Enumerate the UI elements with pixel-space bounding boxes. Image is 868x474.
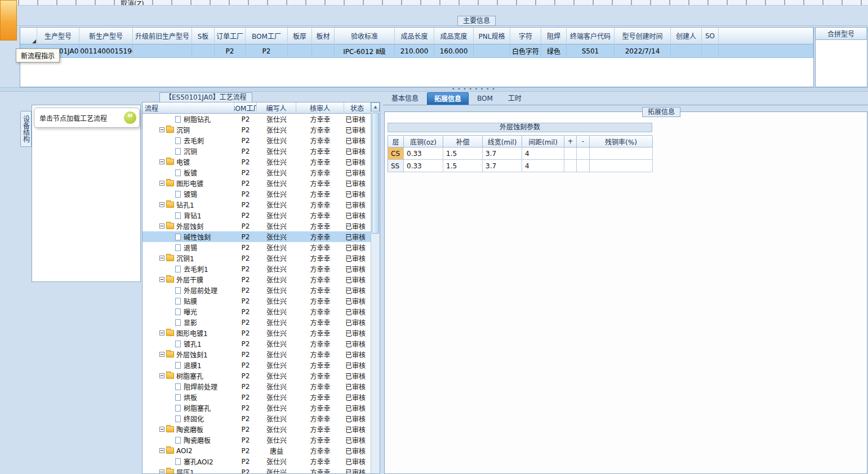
tree-row[interactable]: 显影P2张仕兴方幸幸已审核 [143,317,371,328]
tree-row[interactable]: 图形电镀1P2张仕兴方幸幸已审核 [143,328,371,338]
column-header[interactable]: 创建人 [671,28,702,44]
tree-reviewer-cell: 方幸幸 [296,146,344,156]
tree-row[interactable]: 去毛刺1P2张仕兴方幸幸已审核 [143,263,371,274]
column-header[interactable]: 升级前旧生产型号 [133,28,192,44]
etch-row[interactable]: CS0.331.53.74 [388,147,652,160]
scroll-up-button[interactable] [371,102,380,111]
etch-column-header[interactable]: 底铜(oz) [404,136,443,147]
etch-column-header[interactable]: 线宽(mil) [483,136,522,147]
scroll-thumb[interactable] [372,113,379,234]
tab-device-structure[interactable]: 设备结构 [20,111,32,147]
tree-column-header[interactable]: BOM工厂 [234,102,257,114]
tree-row[interactable]: 陶瓷磨板P2张仕兴方幸幸已审核 [143,424,371,435]
collapse-expander-icon[interactable] [159,127,164,132]
column-header[interactable]: 生产型号 [37,28,79,44]
tree-row[interactable]: 沉铜P2张仕兴方幸幸已审核 [143,146,371,156]
column-header[interactable]: 成品宽度 [434,28,474,44]
top-menubar[interactable]: 取消(Z) [0,0,868,6]
collapse-expander-icon[interactable] [159,202,164,207]
etch-column-header[interactable]: 层 [388,136,404,147]
collapse-expander-icon[interactable] [159,373,164,378]
tree-node-label: 沉铜 [184,146,197,156]
column-header[interactable]: 阻焊 [541,28,567,44]
tree-column-header[interactable]: 流程 [143,102,234,114]
tree-row[interactable]: 镀孔1P2张仕兴方幸幸已审核 [143,338,371,349]
tree-row[interactable]: 去毛刺P2张仕兴方幸幸已审核 [143,135,371,146]
collapse-expander-icon[interactable] [159,277,164,282]
column-header[interactable]: 字符 [510,28,541,44]
tree-row[interactable]: 烘板P2张仕兴方幸幸已审核 [143,392,371,403]
etch-column-header[interactable]: - [577,136,590,147]
tree-row[interactable]: 图形电镀P2张仕兴方幸幸已审核 [143,178,371,189]
etch-column-header[interactable]: + [564,136,577,147]
tab-extended-info[interactable]: 拓展信息 [427,92,469,105]
tree-row[interactable]: 钻孔1P2张仕兴方幸幸已审核 [143,199,371,210]
horizontal-splitter[interactable] [0,87,868,92]
menu-item-cancel[interactable]: 取消(Z) [118,0,146,6]
collapse-expander-icon[interactable] [159,159,164,164]
tree-row[interactable]: 碱性蚀刻P2张仕兴方幸幸已审核 [143,231,371,242]
tree-row[interactable]: 外层蚀刻1P2张仕兴方幸幸已审核 [143,349,371,360]
tree-row[interactable]: 曝光P2张仕兴方幸幸已审核 [143,306,371,317]
tree-row[interactable]: 塞孔AOI2P2张仕兴方幸幸已审核 [143,456,371,467]
column-header[interactable]: PNL规格 [474,28,510,44]
tree-row[interactable]: 外层前处理P2张仕兴方幸幸已审核 [143,285,371,296]
column-header[interactable]: S板 [192,28,215,44]
column-header[interactable]: 终端客户代码 [567,28,615,44]
etch-row[interactable]: SS0.331.53.74 [388,160,652,172]
collapse-expander-icon[interactable] [159,469,164,473]
tree-row[interactable]: 终固化P2张仕兴方幸幸已审核 [143,413,371,424]
data-cell: 白色字符 [510,44,541,57]
merge-model-column-header[interactable]: 合拼型号 [816,28,867,40]
tree-row[interactable]: 电镀P2张仕兴方幸幸已审核 [143,156,371,167]
select-all-header[interactable] [20,28,37,44]
column-header[interactable]: 板厚 [288,28,312,44]
column-header[interactable]: 型号创建时间 [615,28,671,44]
collapse-expander-icon[interactable] [159,352,164,357]
column-header[interactable]: 成品长度 [395,28,434,44]
column-header[interactable]: SO [702,28,719,44]
tree-column-header[interactable]: 状态 [344,102,371,114]
column-header[interactable]: 新生产型号 [79,28,133,44]
collapse-expander-icon[interactable] [159,223,164,229]
main-info-data-row[interactable]: ES50101JA010011400015196P2P2IPC-6012 Ⅱ级2… [20,44,813,58]
column-header[interactable]: 验收标准 [335,28,395,44]
tree-row[interactable]: 退膜1P2张仕兴方幸幸已审核 [143,360,371,370]
tree-row[interactable]: 树脂塞孔P2张仕兴方幸幸已审核 [143,370,371,381]
tree-row[interactable]: 阻焊前处理P2张仕兴方幸幸已审核 [143,381,371,392]
etch-column-header[interactable]: 残铜率(%) [590,136,653,147]
tree-column-header[interactable]: 核审人 [296,102,344,114]
tree-row[interactable]: 层压1P2张仕兴方幸幸已审核 [143,467,371,473]
tab-bom[interactable]: BOM [470,92,500,105]
column-header[interactable]: 板材 [312,28,335,44]
tree-row[interactable]: 外层干膜P2张仕兴方幸幸已审核 [143,274,371,285]
column-header[interactable]: 订单工厂 [215,28,246,44]
tree-row[interactable]: 树脂塞孔P2张仕兴方幸幸已审核 [143,403,371,413]
tree-row[interactable]: AOI2P2唐益方幸幸已审核 [143,445,371,456]
tree-reviewer-cell: 方幸幸 [296,135,344,146]
tree-row[interactable]: 陶瓷磨板P2张仕兴方幸幸已审核 [143,435,371,445]
tree-row[interactable]: 沉铜P2张仕兴方幸幸已审核 [143,124,371,135]
column-header[interactable]: BOM工厂 [246,28,288,44]
etch-column-header[interactable]: 补偿 [443,136,483,147]
etch-column-header[interactable]: 间距(mil) [522,136,564,147]
vertical-scrollbar[interactable] [371,102,380,473]
tree-row[interactable]: 镀锡P2张仕兴方幸幸已审核 [143,189,371,199]
collapsed-dock-panel[interactable] [0,0,17,41]
collapse-expander-icon[interactable] [159,330,164,336]
collapse-expander-icon[interactable] [159,181,164,186]
collapse-expander-icon[interactable] [159,256,164,261]
tree-column-header[interactable]: 编写人 [257,102,296,114]
tab-work-hours[interactable]: 工时 [501,92,528,105]
tree-row[interactable]: 外层蚀刻P2张仕兴方幸幸已审核 [143,221,371,231]
tree-reviewer-cell: 方幸幸 [296,349,344,360]
tree-row[interactable]: 板镀P2张仕兴方幸幸已审核 [143,167,371,178]
tab-basic-info[interactable]: 基本信息 [385,92,425,105]
tree-row[interactable]: 背钻1P2张仕兴方幸幸已审核 [143,210,371,221]
tree-row[interactable]: 树脂钻孔P2张仕兴方幸幸已审核 [143,114,371,124]
tree-row[interactable]: 沉铜1P2张仕兴方幸幸已审核 [143,253,371,263]
collapse-expander-icon[interactable] [159,427,164,432]
collapse-expander-icon[interactable] [159,448,164,453]
tree-row[interactable]: 贴膜P2张仕兴方幸幸已审核 [143,296,371,306]
tree-row[interactable]: 退锡P2张仕兴方幸幸已审核 [143,242,371,253]
